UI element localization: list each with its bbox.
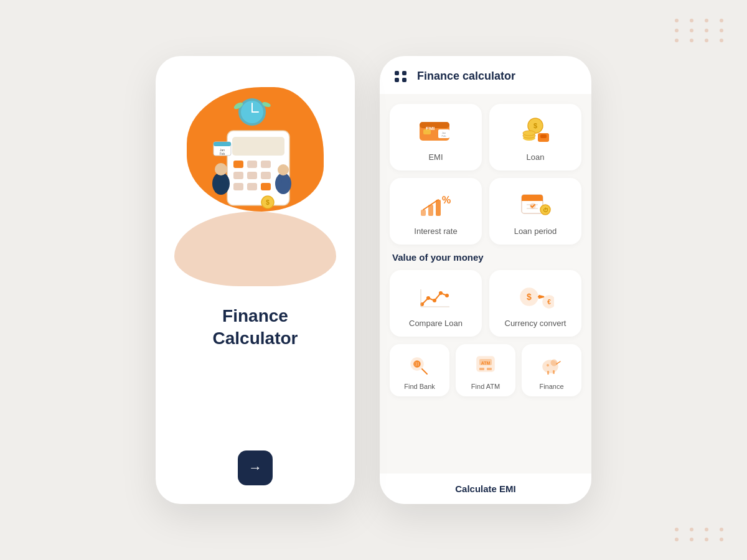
calc-illustration: $ Jan Feb <box>184 93 327 230</box>
feature-card-find-bank[interactable]: ⊕ Find Bank <box>390 344 449 396</box>
svg-text:%: % <box>442 195 451 205</box>
svg-rect-7 <box>261 172 271 179</box>
svg-point-60 <box>439 291 443 295</box>
svg-rect-20 <box>222 180 227 193</box>
svg-point-22 <box>278 164 289 175</box>
svg-rect-5 <box>233 172 243 179</box>
svg-rect-1 <box>232 137 284 156</box>
currency-convert-icon: $ € <box>517 281 554 312</box>
svg-rect-82 <box>547 371 549 375</box>
right-phone-card: Finance calculator EMI Jan <box>380 56 591 504</box>
svg-point-21 <box>275 173 291 194</box>
svg-line-72 <box>422 369 427 374</box>
svg-rect-51 <box>522 198 543 201</box>
svg-point-42 <box>523 131 535 136</box>
svg-rect-2 <box>233 161 243 168</box>
menu-icon[interactable] <box>395 71 407 82</box>
svg-point-79 <box>551 360 557 366</box>
svg-text:⏱: ⏱ <box>543 207 548 213</box>
feature-card-finance[interactable]: Finance <box>522 344 581 396</box>
svg-text:$: $ <box>527 292 532 302</box>
feature-card-loan-period[interactable]: ⏱ Loan period <box>489 178 581 245</box>
feature-card-loan[interactable]: $ Loan <box>489 104 581 170</box>
svg-text:Feb: Feb <box>442 134 447 138</box>
illustration-area: $ Jan Feb <box>171 75 339 286</box>
svg-point-59 <box>433 299 436 302</box>
find-bank-icon: ⊕ <box>406 353 433 378</box>
currency-convert-label: Currency convert <box>505 319 566 328</box>
svg-rect-75 <box>479 368 484 370</box>
emi-label: EMI <box>428 152 443 162</box>
svg-rect-19 <box>215 180 220 193</box>
bottom-cta-bar[interactable]: Calculate EMI <box>380 474 591 504</box>
dot-decoration-bottom-right <box>675 528 728 541</box>
svg-rect-24 <box>284 180 289 192</box>
loan-label: Loan <box>527 152 545 162</box>
svg-point-58 <box>426 296 430 300</box>
feature-card-compare-loan[interactable]: Compare Loan <box>390 270 482 337</box>
main-content: $ Jan Feb Finance Calculator → Finance c… <box>156 56 591 504</box>
feature-card-emi[interactable]: EMI Jan Feb EMI <box>390 104 482 170</box>
calculate-emi-label: Calculate EMI <box>455 483 516 494</box>
right-header: Finance calculator <box>380 56 591 94</box>
svg-rect-10 <box>261 183 271 190</box>
compare-loan-label: Compare Loan <box>409 319 463 328</box>
find-atm-label: Find ATM <box>471 383 500 390</box>
svg-rect-47 <box>436 200 441 216</box>
interest-rate-icon: % <box>417 189 454 220</box>
finance-icon <box>538 353 565 378</box>
feature-grid-row3: Compare Loan $ € <box>390 270 581 337</box>
svg-text:€: € <box>547 299 551 306</box>
loan-period-icon: ⏱ <box>517 189 554 220</box>
finance-label: Finance <box>539 383 563 390</box>
svg-text:$: $ <box>533 122 537 129</box>
arrow-icon: → <box>248 460 262 476</box>
right-content: EMI Jan Feb EMI <box>380 94 591 474</box>
svg-rect-8 <box>233 183 243 190</box>
get-started-button[interactable]: → <box>238 450 273 485</box>
feature-grid-row1: EMI Jan Feb EMI <box>390 104 581 170</box>
find-bank-label: Find Bank <box>404 383 435 390</box>
svg-rect-44 <box>540 134 547 138</box>
emi-icon: EMI Jan Feb <box>417 115 454 146</box>
svg-point-18 <box>215 163 227 175</box>
svg-rect-37 <box>423 129 431 134</box>
svg-text:Feb: Feb <box>220 152 225 156</box>
left-phone-card: $ Jan Feb Finance Calculator → <box>156 56 355 504</box>
phone-title: Finance Calculator <box>213 305 298 350</box>
svg-rect-23 <box>278 180 282 192</box>
svg-rect-3 <box>247 161 257 168</box>
interest-rate-label: Interest rate <box>414 226 457 236</box>
svg-rect-28 <box>214 142 231 146</box>
value-section-title: Value of your money <box>390 252 581 263</box>
svg-point-80 <box>547 364 549 366</box>
svg-rect-76 <box>487 368 492 370</box>
svg-text:ATM: ATM <box>481 361 491 365</box>
right-header-title: Finance calculator <box>417 70 515 83</box>
svg-rect-6 <box>247 172 257 179</box>
dot-decoration-top-right <box>675 19 728 42</box>
feature-card-interest-rate[interactable]: % Interest rate <box>390 178 482 245</box>
feature-card-find-atm[interactable]: ATM Find ATM <box>456 344 515 396</box>
svg-rect-45 <box>421 210 426 216</box>
loan-icon: $ <box>517 115 554 146</box>
find-atm-icon: ATM <box>472 353 499 378</box>
svg-rect-9 <box>247 183 257 190</box>
feature-grid-row4: ⊕ Find Bank <box>390 344 581 396</box>
feature-grid-row2: % Interest rate <box>390 178 581 245</box>
svg-point-61 <box>445 294 449 297</box>
svg-text:$: $ <box>266 199 270 206</box>
compare-loan-icon <box>417 281 454 312</box>
feature-card-currency-convert[interactable]: $ € Currency convert <box>489 270 581 337</box>
svg-rect-81 <box>553 370 555 374</box>
loan-period-label: Loan period <box>514 226 557 236</box>
svg-rect-4 <box>261 161 271 168</box>
